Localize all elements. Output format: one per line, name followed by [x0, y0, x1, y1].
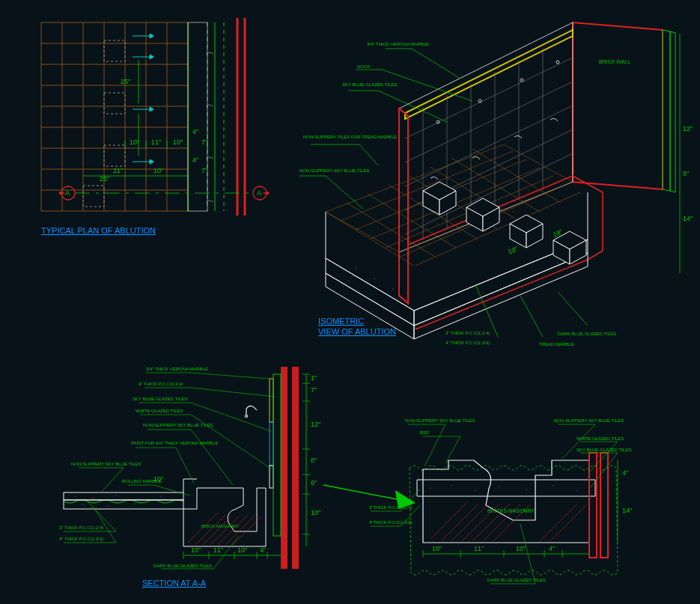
svg-line-86: [347, 203, 435, 257]
svg-text:3" THICK P.C.C(1:2:4): 3" THICK P.C.C(1:2:4): [139, 382, 183, 386]
svg-line-159: [225, 515, 255, 545]
tap-icon: [246, 406, 258, 417]
svg-text:14": 14": [622, 507, 632, 514]
svg-text:A: A: [257, 189, 261, 197]
svg-text:11": 11": [151, 138, 161, 146]
plan-dims: 25" 25" 21" 10" 11" 10" 4" 7" 10" 4" 7": [83, 60, 207, 183]
iso-floor: [326, 144, 588, 339]
svg-line-238: [540, 504, 577, 541]
svg-text:PAINT FOR 3/4" THICK VERONA MA: PAINT FOR 3/4" THICK VERONA MARBLE: [131, 441, 218, 445]
svg-point-226: [526, 489, 526, 489]
svg-text:WHITE GLAZED TILES: WHITE GLAZED TILES: [136, 409, 183, 413]
section-aa: BRICK MASONRY 1" 7" 12" 8" 6" 10" 10": [59, 367, 320, 588]
svg-rect-140: [270, 422, 273, 466]
svg-point-97: [490, 197, 491, 198]
svg-text:7": 7": [201, 167, 207, 174]
svg-text:3"THICK P.C.C(1:2:4): 3"THICK P.C.C(1:2:4): [369, 505, 413, 510]
svg-text:11": 11": [474, 545, 484, 552]
svg-point-222: [430, 487, 430, 488]
svg-point-225: [499, 486, 499, 486]
svg-text:SKY BLUE GLAZED TILES: SKY BLUE GLAZED TILES: [133, 397, 187, 401]
svg-text:ROLLING MARBLE: ROLLING MARBLE: [122, 479, 162, 483]
svg-text:10": 10": [237, 546, 247, 554]
svg-text:6": 6": [311, 479, 317, 486]
svg-text:10": 10": [507, 245, 519, 256]
svg-text:3/4" THICK VERONA MARBLE: 3/4" THICK VERONA MARBLE: [367, 42, 429, 46]
svg-line-199: [101, 468, 124, 492]
svg-text:4"THICK P.C.C(1:3:6): 4"THICK P.C.C(1:3:6): [369, 520, 413, 525]
svg-marker-60: [262, 192, 269, 195]
svg-text:10": 10": [516, 545, 526, 552]
svg-point-151: [82, 504, 83, 505]
svg-line-113: [378, 91, 447, 122]
svg-rect-139: [270, 379, 273, 422]
svg-marker-36: [150, 159, 153, 164]
svg-text:SKY BLUE GLAZED TILES: SKY BLUE GLAZED TILES: [342, 82, 397, 87]
svg-line-115: [359, 144, 378, 165]
svg-text:4": 4": [192, 156, 198, 164]
svg-line-119: [558, 292, 588, 326]
svg-line-71: [405, 106, 573, 186]
svg-text:4": 4": [260, 546, 266, 554]
svg-line-197: [176, 448, 194, 483]
svg-point-149: [139, 498, 139, 499]
svg-line-233: [451, 504, 489, 541]
svg-text:NON SLIPPERY SKY BLUE TILES: NON SLIPPERY SKY BLUE TILES: [554, 418, 624, 423]
svg-marker-30: [150, 34, 153, 38]
svg-text:NON SLIPPERY TILES FOR TREAD M: NON SLIPPERY TILES FOR TREAD MARBLE: [303, 135, 397, 139]
svg-text:10": 10": [173, 138, 183, 146]
svg-line-187: [191, 373, 269, 379]
section-dims-vert: 1" 7" 12" 8" 6" 10": [302, 374, 320, 546]
section-title: SECTION AT A-A: [142, 579, 207, 588]
svg-line-189: [191, 388, 275, 397]
svg-line-69: [405, 58, 573, 138]
iso-subtitle: VIEW OF ABLUTION: [318, 327, 396, 336]
svg-text:BRICKS MASONRY: BRICKS MASONRY: [487, 508, 535, 513]
svg-point-104: [347, 280, 348, 281]
svg-line-249: [591, 453, 618, 487]
svg-text:NON SLIPPERY SKY BLUE TILES: NON SLIPPERY SKY BLUE TILES: [71, 462, 141, 466]
cad-drawing: 25" 25" 21" 10" 11" 10" 4" 7" 10" 4" 7": [0, 0, 700, 604]
svg-text:4": 4": [549, 545, 555, 552]
svg-point-94: [401, 239, 401, 240]
svg-point-95: [438, 224, 439, 225]
svg-line-201: [153, 485, 189, 495]
svg-line-239: [550, 505, 586, 541]
plan-title: TYPICAL PLAN OF ABLUTION: [41, 226, 156, 235]
svg-rect-144: [64, 492, 183, 500]
svg-text:HOOK: HOOK: [357, 64, 371, 69]
svg-text:10": 10": [311, 509, 320, 516]
svg-point-76: [520, 79, 523, 82]
iso-view: BRICK WALL: [299, 22, 693, 347]
svg-text:NON SLIPPERY SKY BLUE TILES: NON SLIPPERY SKY BLUE TILES: [299, 168, 369, 173]
svg-text:7": 7": [201, 138, 207, 146]
svg-point-101: [355, 267, 356, 268]
section-marker-left: A: [59, 186, 75, 200]
svg-point-223: [451, 485, 451, 486]
svg-text:12": 12": [683, 125, 693, 132]
svg-line-241: [445, 436, 460, 463]
svg-point-147: [94, 498, 94, 498]
plan-view: 25" 25" 21" 10" 11" 10" 4" 7" 10" 4" 7": [41, 18, 269, 235]
svg-point-227: [553, 485, 553, 486]
svg-marker-32: [150, 55, 153, 59]
svg-text:21": 21": [113, 167, 123, 174]
svg-text:3" THICK P.C.C(1:2:4): 3" THICK P.C.C(1:2:4): [445, 331, 490, 335]
svg-text:BRICK WALL: BRICK WALL: [599, 59, 630, 64]
svg-rect-141: [270, 466, 273, 488]
svg-text:4" THICK P.C.C(1:3:6): 4" THICK P.C.C(1:3:6): [445, 341, 490, 345]
svg-text:10": 10": [432, 545, 442, 552]
svg-point-152: [109, 506, 109, 507]
svg-rect-26: [104, 93, 125, 114]
svg-text:DARK BLUE GLAZED TILES: DARK BLUE GLAZED TILES: [153, 564, 212, 568]
svg-text:NON SLIPPERY SKY BLUE TILES: NON SLIPPERY SKY BLUE TILES: [143, 423, 213, 427]
svg-point-106: [482, 293, 483, 293]
svg-text:TREAD MARBLE: TREAD MARBLE: [539, 342, 574, 347]
svg-rect-24: [188, 22, 207, 211]
svg-point-108: [557, 262, 558, 263]
svg-point-224: [475, 489, 475, 490]
svg-line-92: [472, 149, 561, 203]
svg-point-150: [161, 496, 162, 497]
svg-point-153: [135, 504, 136, 504]
svg-text:3/4" THICK VERONA MARBLE: 3/4" THICK VERONA MARBLE: [146, 367, 208, 371]
